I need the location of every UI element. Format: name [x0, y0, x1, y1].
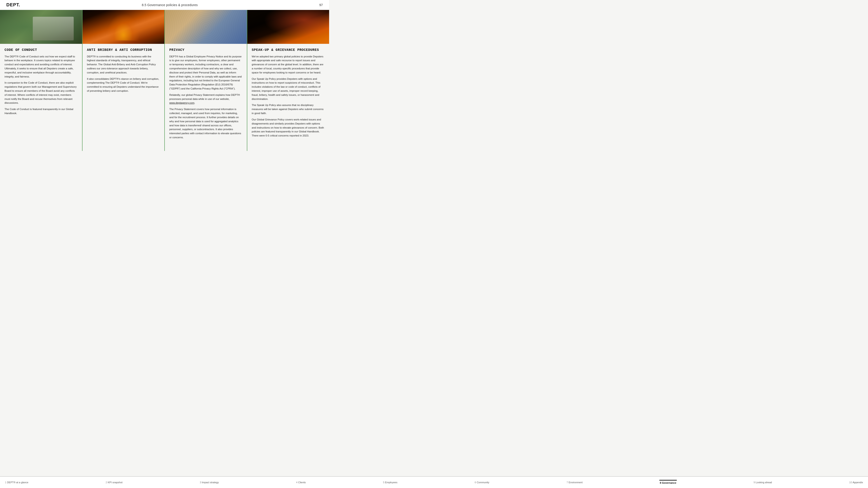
conduct-para-3: The Code of Conduct is featured transpar…: [4, 107, 78, 116]
body-grievance: We've adopted two primary global policie…: [247, 55, 329, 140]
title-conduct: CODE OF CONDUCT: [0, 44, 82, 55]
grievance-para-1: We've adopted two primary global policie…: [252, 55, 325, 75]
column-privacy: PRIVACY DEPT® has a Global Employee Priv…: [165, 10, 247, 151]
grievance-para-4: Our Global Grievance Policy covers work-…: [252, 118, 325, 138]
body-bribery: DEPT® is committed to conducting its bus…: [83, 55, 164, 95]
bribery-para-1: DEPT® is committed to conducting its bus…: [87, 55, 160, 75]
privacy-para-1: DEPT® has a Global Employee Privacy Noti…: [169, 55, 242, 91]
image-grievance: [247, 10, 329, 44]
page-number: 97: [319, 3, 323, 7]
title-bribery: ANTI BRIBERY & ANTI CORRUPTION: [83, 44, 164, 55]
conduct-para-1: The DEPT® Code of Conduct sets out how w…: [4, 55, 78, 79]
privacy-link[interactable]: www.deptagency.com: [169, 101, 194, 104]
conduct-para-2: In companion to the Code of Conduct, the…: [4, 81, 78, 105]
page-header: DEPT. 8.5 Governance policies & procedur…: [0, 0, 329, 10]
image-bribery: [83, 10, 164, 44]
body-conduct: The DEPT® Code of Conduct sets out how w…: [0, 55, 82, 118]
column-speak-up: SPEAK-UP & GRIEVANCE PROCEDURES We've ad…: [247, 10, 329, 151]
grievance-para-2: Our Speak Up Policy provides Depsters wi…: [252, 77, 325, 101]
main-content: CODE OF CONDUCT The DEPT® Code of Conduc…: [0, 10, 329, 151]
page-title: 8.5 Governance policies & procedures: [142, 3, 197, 7]
grievance-para-3: The Speak Up Policy also assures that no…: [252, 103, 325, 115]
column-anti-bribery: ANTI BRIBERY & ANTI CORRUPTION DEPT® is …: [83, 10, 165, 151]
title-grievance: SPEAK-UP & GRIEVANCE PROCEDURES: [247, 44, 329, 55]
image-privacy: [165, 10, 247, 44]
column-code-of-conduct: CODE OF CONDUCT The DEPT® Code of Conduc…: [0, 10, 83, 151]
privacy-para-3: The Privacy Statement covers how persona…: [169, 107, 242, 140]
title-privacy: PRIVACY: [165, 44, 247, 55]
body-privacy: DEPT® has a Global Employee Privacy Noti…: [165, 55, 247, 142]
privacy-para-2: Relatedly, our global Privacy Statement …: [169, 93, 242, 105]
image-conduct: [0, 10, 82, 44]
logo: DEPT.: [6, 2, 20, 7]
bribery-para-2: It also consolidates DEPT®'s stance on b…: [87, 77, 160, 93]
